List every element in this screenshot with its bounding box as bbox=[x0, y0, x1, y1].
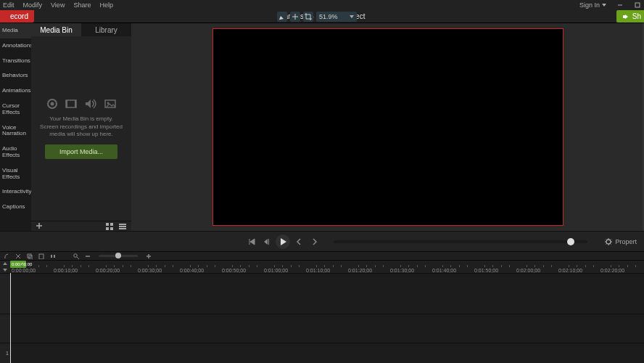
import-media-button[interactable]: Import Media... bbox=[45, 144, 117, 159]
panel-footer bbox=[31, 221, 131, 231]
media-panel: Media Bin Library Your Media Bin is empt… bbox=[31, 23, 131, 231]
svg-marker-3 bbox=[279, 16, 284, 20]
sidebar-item-media[interactable]: Media bbox=[0, 23, 31, 38]
record-button[interactable]: ecord bbox=[0, 10, 34, 23]
svg-point-27 bbox=[74, 253, 78, 257]
grid-view-button[interactable] bbox=[105, 222, 114, 231]
preview-scrubber[interactable] bbox=[334, 240, 587, 243]
crop-tool-button[interactable] bbox=[303, 12, 313, 22]
step-forward-button[interactable] bbox=[294, 237, 305, 247]
image-icon bbox=[104, 98, 116, 110]
zoom-in-button[interactable] bbox=[145, 253, 152, 260]
track-body[interactable] bbox=[10, 343, 644, 363]
ruler-marks[interactable]: 0:00:00;00 0:00:00;000:00:10;000:00:20;0… bbox=[10, 261, 644, 273]
ruler-tick: 0:00:20;00 bbox=[96, 268, 120, 273]
menu-modify[interactable]: Modify bbox=[23, 1, 43, 9]
scrubber-thumb[interactable] bbox=[567, 238, 574, 245]
tracks-scroll-up[interactable] bbox=[3, 262, 7, 265]
svg-point-6 bbox=[51, 102, 54, 106]
menu-bar: Edit Modify View Share Help Sign In bbox=[0, 0, 644, 10]
window-maximize-button[interactable] bbox=[634, 1, 641, 9]
canvas-frame[interactable] bbox=[212, 28, 564, 226]
sidebar-item-captions[interactable]: Captions bbox=[0, 200, 31, 215]
sidebar-item-interactivity[interactable]: Interactivity bbox=[0, 184, 31, 200]
tab-library[interactable]: Library bbox=[81, 23, 131, 36]
next-clip-button[interactable] bbox=[309, 237, 319, 247]
add-button[interactable] bbox=[36, 222, 43, 229]
svg-rect-12 bbox=[106, 223, 109, 226]
empty-line-2: Screen recordings and imported bbox=[40, 123, 123, 131]
share-icon bbox=[622, 13, 629, 20]
gear-icon bbox=[605, 238, 612, 245]
sign-in-button[interactable]: Sign In bbox=[579, 1, 606, 9]
track-head[interactable] bbox=[0, 274, 10, 314]
properties-button[interactable]: Propert bbox=[599, 236, 637, 248]
sidebar-item-annotations[interactable]: Annotations bbox=[0, 38, 31, 54]
undo-button[interactable] bbox=[3, 253, 10, 260]
timeline-zoom-slider[interactable] bbox=[99, 255, 138, 257]
canvas-zoom-value: 51.9% bbox=[319, 13, 338, 20]
tab-media-bin[interactable]: Media Bin bbox=[31, 23, 81, 36]
sidebar-item-visual-effects[interactable]: Visual Effects bbox=[0, 163, 31, 185]
media-bin-body: Your Media Bin is empty. Screen recordin… bbox=[31, 36, 131, 221]
copy-button[interactable] bbox=[26, 253, 33, 260]
track-head[interactable] bbox=[0, 314, 10, 343]
ruler-tick: 0:02:20;00 bbox=[600, 268, 624, 273]
window-minimize-button[interactable] bbox=[616, 1, 624, 9]
track-body[interactable] bbox=[10, 314, 644, 343]
canvas-zoom-select[interactable]: 51.9% bbox=[316, 12, 357, 22]
svg-rect-9 bbox=[75, 100, 76, 107]
sidebar-item-animations[interactable]: Animations bbox=[0, 83, 31, 99]
svg-marker-0 bbox=[602, 4, 606, 7]
edit-tool-button[interactable] bbox=[277, 12, 287, 22]
paste-button[interactable] bbox=[38, 253, 45, 260]
chevron-down-icon bbox=[602, 4, 606, 7]
share-button[interactable]: Sh bbox=[616, 10, 644, 23]
ruler-tick: 0:01:30;00 bbox=[390, 268, 414, 273]
record-icon bbox=[46, 98, 58, 110]
svg-rect-16 bbox=[119, 224, 126, 225]
menu-edit[interactable]: Edit bbox=[3, 1, 15, 9]
sidebar-item-voice-narration[interactable]: Voice Narration bbox=[0, 121, 31, 142]
menu-view[interactable]: View bbox=[51, 1, 65, 9]
canvas-tool-cluster: 51.9% bbox=[277, 12, 357, 22]
track-head[interactable]: 1 bbox=[0, 343, 10, 363]
pan-tool-button[interactable] bbox=[290, 12, 300, 22]
timeline-ruler[interactable]: 0:00:00;00 0:00:00;000:00:10;000:00:20;0… bbox=[0, 260, 644, 273]
share-label: Sh bbox=[632, 12, 641, 20]
playhead-line[interactable] bbox=[10, 273, 11, 363]
play-button[interactable] bbox=[276, 234, 290, 249]
sidebar-item-audio-effects[interactable]: Audio Effects bbox=[0, 142, 31, 163]
playhead-time[interactable]: 0:00:00;00 bbox=[10, 261, 26, 268]
sidebar-item-transitions[interactable]: Transitions bbox=[0, 54, 31, 69]
empty-bin-text: Your Media Bin is empty. Screen recordin… bbox=[40, 115, 123, 138]
track-row: 1 bbox=[0, 343, 644, 363]
track-body[interactable] bbox=[10, 274, 644, 314]
timeline-search-button[interactable] bbox=[73, 253, 80, 260]
tracks-scroll-down[interactable] bbox=[3, 269, 7, 272]
menu-help[interactable]: Help bbox=[99, 1, 113, 9]
empty-line-3: media will show up here. bbox=[40, 131, 123, 138]
menu-share[interactable]: Share bbox=[73, 1, 91, 9]
chevron-down-icon bbox=[350, 15, 354, 18]
svg-rect-25 bbox=[51, 255, 52, 258]
properties-label: Propert bbox=[615, 238, 637, 245]
step-back-button[interactable] bbox=[261, 237, 271, 247]
prev-clip-button[interactable] bbox=[247, 237, 257, 247]
zoom-out-button[interactable] bbox=[84, 253, 91, 260]
split-button[interactable] bbox=[49, 253, 57, 260]
svg-rect-15 bbox=[110, 227, 113, 230]
playback-controls bbox=[247, 234, 319, 249]
record-label: ecord bbox=[10, 12, 28, 20]
track-row bbox=[0, 314, 644, 343]
cut-button[interactable] bbox=[15, 253, 22, 260]
zoom-slider-thumb[interactable] bbox=[115, 253, 121, 258]
ruler-tick: 0:01:40;00 bbox=[432, 268, 456, 273]
svg-rect-24 bbox=[39, 254, 44, 259]
canvas-area bbox=[131, 23, 644, 231]
sidebar-item-cursor-effects[interactable]: Cursor Effects bbox=[0, 99, 31, 121]
list-view-button[interactable] bbox=[118, 222, 127, 231]
ruler-tick: 0:02:00;00 bbox=[516, 268, 540, 273]
svg-line-28 bbox=[77, 257, 79, 259]
sidebar-item-behaviors[interactable]: Behaviors bbox=[0, 68, 31, 83]
